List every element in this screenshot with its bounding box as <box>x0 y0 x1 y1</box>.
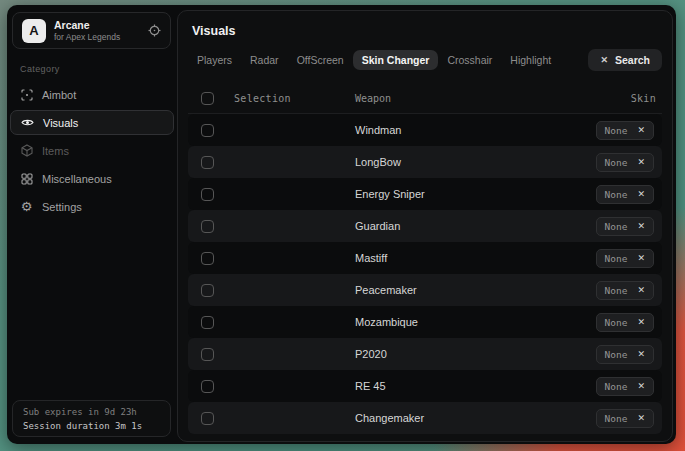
sidebar-item-visuals[interactable]: Visuals <box>10 110 174 135</box>
table-row[interactable]: RE 45 None ✕ <box>188 370 662 402</box>
row-checkbox[interactable] <box>201 380 214 393</box>
sidebar-item-label: Settings <box>42 201 82 213</box>
clear-skin-icon[interactable]: ✕ <box>637 158 645 167</box>
row-checkbox[interactable] <box>201 252 214 265</box>
app-name: Arcane <box>54 19 120 32</box>
session-duration-text: Session duration 3m 1s <box>23 419 160 433</box>
row-checkbox[interactable] <box>201 316 214 329</box>
sidebar: A Arcane for Apex Legends Category <box>7 5 177 444</box>
table-row[interactable]: Guardian None ✕ <box>188 210 662 242</box>
profile-card: A Arcane for Apex Legends <box>12 12 171 49</box>
tab-players[interactable]: Players <box>188 50 241 70</box>
subscription-info: Sub expires in 9d 23h Session duration 3… <box>12 400 171 437</box>
sidebar-item-miscellaneous[interactable]: Miscellaneous <box>7 165 177 192</box>
table-row[interactable]: Peacemaker None ✕ <box>188 274 662 306</box>
skin-value: None <box>605 221 628 232</box>
row-checkbox[interactable] <box>201 124 214 137</box>
row-checkbox[interactable] <box>201 220 214 233</box>
tab-skin-changer[interactable]: Skin Changer <box>353 50 439 70</box>
scope-icon[interactable] <box>148 24 161 37</box>
sidebar-item-settings[interactable]: ⚙ Settings <box>7 193 177 220</box>
row-checkbox[interactable] <box>201 284 214 297</box>
sub-expiry-text: Sub expires in 9d 23h <box>23 405 160 419</box>
row-checkbox[interactable] <box>201 348 214 361</box>
weapon-name: Peacemaker <box>355 284 417 296</box>
weapon-name: Changemaker <box>355 412 424 424</box>
clear-skin-icon[interactable]: ✕ <box>637 126 645 135</box>
tab-crosshair[interactable]: Crosshair <box>438 50 501 70</box>
sidebar-item-aimbot[interactable]: Aimbot <box>7 81 177 108</box>
table-header: Selection Weapon Skin <box>188 84 662 114</box>
skin-value: None <box>605 189 628 200</box>
aimbot-crosshair-icon <box>20 89 33 101</box>
skin-selector[interactable]: None ✕ <box>596 249 654 268</box>
eye-icon <box>21 116 34 129</box>
row-checkbox[interactable] <box>201 412 214 425</box>
skin-value: None <box>605 157 628 168</box>
clear-skin-icon[interactable]: ✕ <box>637 350 645 359</box>
weapon-name: Energy Sniper <box>355 188 425 200</box>
clear-skin-icon[interactable]: ✕ <box>637 286 645 295</box>
package-icon <box>20 144 33 157</box>
skin-selector[interactable]: None ✕ <box>596 121 654 140</box>
weapon-name: Mastiff <box>355 252 387 264</box>
select-all-checkbox[interactable] <box>201 92 214 105</box>
app-logo: A <box>22 19 46 43</box>
skin-table: Selection Weapon Skin Windman None ✕ Lon… <box>188 84 662 434</box>
page-title: Visuals <box>192 24 658 38</box>
table-body: Windman None ✕ LongBow None ✕ <box>188 114 662 434</box>
main-panel: Visuals Players Radar OffScreen Skin Cha… <box>177 10 673 442</box>
skin-selector[interactable]: None ✕ <box>596 153 654 172</box>
sidebar-item-label: Visuals <box>43 117 78 129</box>
column-header-selection: Selection <box>234 93 291 104</box>
weapon-name: LongBow <box>355 156 401 168</box>
skin-value: None <box>605 285 628 296</box>
sidebar-nav: Aimbot Visuals Items <box>7 81 177 221</box>
skin-value: None <box>605 253 628 264</box>
table-row[interactable]: Mozambique None ✕ <box>188 306 662 338</box>
table-row[interactable]: Energy Sniper None ✕ <box>188 178 662 210</box>
gear-icon: ⚙ <box>20 200 33 213</box>
clear-skin-icon[interactable]: ✕ <box>637 190 645 199</box>
skin-selector[interactable]: None ✕ <box>596 217 654 236</box>
grid-icon <box>20 173 33 185</box>
skin-selector[interactable]: None ✕ <box>596 377 654 396</box>
tab-radar[interactable]: Radar <box>241 50 288 70</box>
skin-selector[interactable]: None ✕ <box>596 409 654 428</box>
sidebar-item-items[interactable]: Items <box>7 137 177 164</box>
skin-value: None <box>605 317 628 328</box>
tab-highlight[interactable]: Highlight <box>501 50 560 70</box>
clear-skin-icon[interactable]: ✕ <box>637 222 645 231</box>
app-window: A Arcane for Apex Legends Category <box>7 5 676 444</box>
skin-selector[interactable]: None ✕ <box>596 313 654 332</box>
tabs-bar: Players Radar OffScreen Skin Changer Cro… <box>188 49 662 71</box>
weapon-name: RE 45 <box>355 380 386 392</box>
row-checkbox[interactable] <box>201 156 214 169</box>
app-subtitle: for Apex Legends <box>54 32 120 43</box>
sidebar-item-label: Items <box>42 145 69 157</box>
column-header-skin: Skin <box>631 93 656 104</box>
search-button-label: Search <box>615 54 650 66</box>
weapon-name: Windman <box>355 124 401 136</box>
category-label: Category <box>20 64 177 74</box>
table-row[interactable]: LongBow None ✕ <box>188 146 662 178</box>
table-row[interactable]: Changemaker None ✕ <box>188 402 662 434</box>
clear-skin-icon[interactable]: ✕ <box>637 382 645 391</box>
row-checkbox[interactable] <box>201 188 214 201</box>
clear-skin-icon[interactable]: ✕ <box>637 318 645 327</box>
weapon-name: P2020 <box>355 348 387 360</box>
skin-value: None <box>605 125 628 136</box>
tab-offscreen[interactable]: OffScreen <box>288 50 353 70</box>
column-header-weapon: Weapon <box>355 93 391 104</box>
skin-selector[interactable]: None ✕ <box>596 281 654 300</box>
skin-selector[interactable]: None ✕ <box>596 185 654 204</box>
table-row[interactable]: P2020 None ✕ <box>188 338 662 370</box>
sidebar-item-label: Miscellaneous <box>42 173 112 185</box>
table-row[interactable]: Windman None ✕ <box>188 114 662 146</box>
weapon-name: Mozambique <box>355 316 418 328</box>
skin-selector[interactable]: None ✕ <box>596 345 654 364</box>
search-button[interactable]: ✕ Search <box>588 49 662 71</box>
clear-skin-icon[interactable]: ✕ <box>637 414 645 423</box>
clear-skin-icon[interactable]: ✕ <box>637 254 645 263</box>
table-row[interactable]: Mastiff None ✕ <box>188 242 662 274</box>
